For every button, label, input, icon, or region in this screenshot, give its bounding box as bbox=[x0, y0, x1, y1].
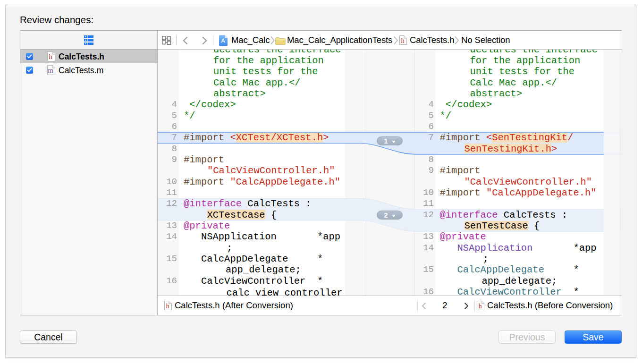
svg-text:h: h bbox=[166, 302, 169, 310]
svg-text:m: m bbox=[48, 67, 53, 74]
svg-text:h: h bbox=[478, 302, 482, 310]
svg-text:h: h bbox=[401, 37, 405, 44]
svg-text:h: h bbox=[49, 53, 52, 60]
